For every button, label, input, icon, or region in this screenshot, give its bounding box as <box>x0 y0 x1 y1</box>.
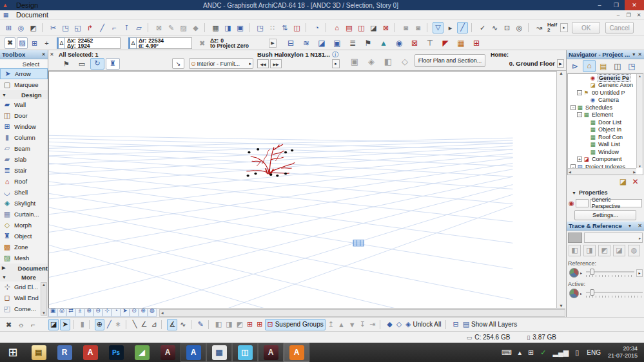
split-icon[interactable]: ✂▾ <box>48 22 59 33</box>
column-tool-icon[interactable]: ▮ Column <box>0 132 48 143</box>
walk-mode-icon[interactable]: ➤▾ <box>121 309 130 317</box>
sun-settings-icon[interactable]: ☼▾ <box>15 319 26 330</box>
angle-constraint-icon[interactable]: ∠ ▾ <box>139 319 148 330</box>
pick-up-parameters-icon[interactable]: ✎ ▾ <box>197 319 205 330</box>
beam-tool-icon[interactable]: ▱ Beam <box>0 143 48 154</box>
color-flyout-icon[interactable]: ▸ <box>580 271 582 275</box>
scroll-down-icon[interactable]: ▼ <box>559 303 563 308</box>
toolbox-item[interactable]: Select <box>0 59 48 68</box>
drag-mode-icon[interactable]: ↘ <box>172 58 184 69</box>
group-elements-icon[interactable]: ⊞ ▾ <box>246 319 254 330</box>
tree-expander-icon[interactable] <box>583 142 589 147</box>
new-viewpoint-icon[interactable]: ◪▾ <box>618 176 629 187</box>
placement-simple-icon[interactable]: ▣▾ <box>347 55 362 67</box>
mdi-close-button[interactable]: ✕ <box>634 12 644 18</box>
navigator-collapse-icon[interactable]: ▾ <box>632 52 635 57</box>
taskbar-photo-viewer-icon[interactable]: ◫ <box>232 343 258 362</box>
menu-item[interactable]: Document <box>12 10 53 20</box>
toolbox-header[interactable]: Toolbox ✕ <box>0 50 48 59</box>
suspend-groups-button[interactable]: ⊡ Suspend Groups ▾ <box>265 319 325 330</box>
best-zoom-icon[interactable]: ▣▾ <box>48 309 57 317</box>
tree-item[interactable]: − ▦ Schedules <box>568 104 643 111</box>
send-to-back-icon[interactable]: ↧ ▾ <box>358 319 367 330</box>
ie-schemes-icon[interactable]: ⊞▾ <box>469 37 483 49</box>
rotate-icon[interactable]: ◱▾ <box>72 22 83 33</box>
scale-elements-icon[interactable]: ◩ ▾ <box>235 319 244 330</box>
tree-item[interactable]: ▦ Door List <box>568 119 643 126</box>
delta-z-field[interactable]: Δz:0 to Project Zero <box>208 38 268 48</box>
toolbar-flyout-button[interactable]: ▸ <box>560 23 568 32</box>
send-backward-icon[interactable]: ▼ ▾ <box>347 319 357 330</box>
mirror-icon[interactable]: ↱▾ <box>84 22 95 33</box>
reference-intensity-slider[interactable] <box>586 269 634 278</box>
snap-reference-icon[interactable]: ∗ ▾ <box>114 319 122 330</box>
modify-icon[interactable]: ✎▾ <box>166 22 177 33</box>
power-icon[interactable]: ▯ <box>575 348 579 357</box>
placement-rotated-icon[interactable]: ◈▾ <box>364 55 379 67</box>
zoom-window-icon[interactable]: ◎▾ <box>15 22 26 33</box>
marquee-mode-icon[interactable]: ▭▾ <box>75 58 89 70</box>
layer-combo[interactable]: ⊙ Interior - Furnit... ▸ <box>189 58 253 69</box>
shell-tool-icon[interactable]: ◡ Shell <box>0 187 48 198</box>
grid-options-icon[interactable]: ⊞▾ <box>29 37 40 49</box>
tree-expander-icon[interactable] <box>583 82 589 88</box>
tree-expander-icon[interactable] <box>583 135 589 140</box>
tree-expander-icon[interactable]: + <box>577 157 582 162</box>
active-intensity-slider[interactable] <box>586 289 643 298</box>
scroll-right-icon[interactable]: ▶ <box>633 170 636 174</box>
rotate-mode-icon[interactable]: ↻▾ <box>90 58 104 70</box>
delta-xy-field[interactable]: Δ Δx:22452 Δy:1924 <box>57 37 121 49</box>
start-button[interactable]: ⊞ <box>0 343 26 362</box>
selection-style-icon[interactable]: ◳▾ <box>255 22 266 33</box>
hand-pan-icon[interactable]: ⊹▾ <box>102 309 112 317</box>
adjust-icon[interactable]: ⊺▾ <box>121 22 132 33</box>
corner-mode-icon[interactable]: ⌐▾ <box>28 319 39 330</box>
transform-box-icon[interactable]: ⊡▾ <box>502 22 512 33</box>
language-indicator[interactable]: ENG <box>587 349 601 356</box>
look-to-icon[interactable]: ⊙▾ <box>130 309 139 317</box>
spline-icon[interactable]: ∿▾ <box>489 22 500 33</box>
taskbar-clock[interactable]: 20:34 21-07-2015 <box>608 345 638 359</box>
favorites-icon[interactable]: ⊟▾ <box>284 37 298 49</box>
tree-item[interactable]: − ⚑ 00 Untitled P <box>568 89 643 97</box>
pan-icon[interactable]: ⇄▾ <box>66 309 75 317</box>
layer-settings-icon[interactable]: ⊟ ▾ <box>451 319 460 330</box>
line-segment-icon[interactable]: ╱ ▾ <box>106 319 113 330</box>
trace-switch-icon[interactable]: ◧▾ <box>569 245 581 256</box>
menu-item[interactable]: Design <box>12 1 53 10</box>
info-icon[interactable]: ⓘ <box>332 50 338 59</box>
merge-walls-icon[interactable]: ▦▾ <box>210 22 221 33</box>
delta-ra-field[interactable]: Δ Δr:22534 α:4.90° <box>128 37 192 49</box>
tree-item[interactable]: ◉ Generic Pe <box>568 74 643 82</box>
settings-button[interactable]: Settings... <box>574 210 636 220</box>
restore-button[interactable]: ❐ <box>608 0 625 10</box>
special-snap-icon[interactable]: ⊿ ▾ <box>150 319 158 330</box>
taskbar-file-explorer-icon[interactable]: ▤ <box>26 343 52 362</box>
trace-arrow-icon[interactable]: ↝▾ <box>534 22 545 33</box>
distribute-elements-icon[interactable]: ◨ ▾ <box>224 319 233 330</box>
schedule-icon[interactable]: ▦▾ <box>454 37 468 49</box>
zoom-out-icon[interactable]: ⊖▾ <box>93 309 102 317</box>
arrow-select-icon[interactable]: ➤ ▾ <box>60 319 70 330</box>
taskbar-revit-icon[interactable]: R <box>52 343 77 362</box>
hatch-icon[interactable]: ▨▾ <box>178 22 189 33</box>
align-elements-icon[interactable]: ◧ ▾ <box>214 319 223 330</box>
navigator-close-icon[interactable]: ✕ <box>638 52 642 57</box>
unlock-icon[interactable]: ◇ ▾ <box>395 319 403 330</box>
find-select-icon[interactable]: ≣▾ <box>346 37 360 49</box>
window-tool-icon[interactable]: ⊞ Window <box>0 121 48 132</box>
magic-wand-icon[interactable]: ◆▾ <box>190 22 201 33</box>
placement-free-icon[interactable]: ◇▾ <box>397 55 413 67</box>
active-color-icon[interactable] <box>569 289 579 298</box>
next-object-button[interactable]: ▶▶ <box>270 59 282 68</box>
send-receive-icon[interactable]: ▤▾ <box>344 22 355 33</box>
object-preview-icon[interactable]: ♜▾ <box>106 58 120 70</box>
3d-cutaway-icon[interactable]: ◪▾ <box>315 37 329 49</box>
roof-tool-icon[interactable]: ⌂ Roof <box>0 176 48 187</box>
sun-position-icon[interactable]: ◔▾ <box>311 22 322 33</box>
tree-horizontal-scrollbar[interactable]: ◀ ▶ <box>568 168 636 175</box>
ok-button[interactable]: OK <box>572 22 600 33</box>
tree-expander-icon[interactable] <box>583 127 589 132</box>
slider-flyout-button[interactable]: ▸ <box>636 269 643 277</box>
tree-item[interactable]: ▦ Window <box>568 148 643 156</box>
